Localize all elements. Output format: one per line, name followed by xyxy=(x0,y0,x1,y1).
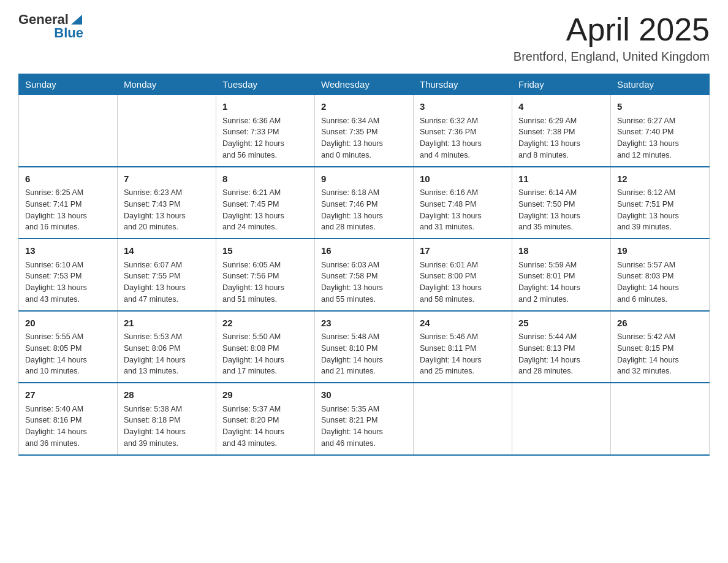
calendar-cell: 22Sunrise: 5:50 AM Sunset: 8:08 PM Dayli… xyxy=(216,311,315,383)
day-number: 5 xyxy=(617,100,703,114)
day-number: 26 xyxy=(617,316,703,331)
day-number: 19 xyxy=(617,244,703,258)
day-number: 10 xyxy=(420,172,506,186)
column-header-wednesday: Wednesday xyxy=(315,74,414,95)
day-number: 28 xyxy=(124,388,210,402)
column-header-monday: Monday xyxy=(118,74,216,95)
day-info: Sunrise: 6:05 AM Sunset: 7:56 PM Dayligh… xyxy=(222,259,308,305)
column-header-sunday: Sunday xyxy=(19,74,118,95)
day-info: Sunrise: 5:59 AM Sunset: 8:01 PM Dayligh… xyxy=(518,259,604,305)
day-number: 1 xyxy=(222,100,308,114)
calendar-cell xyxy=(19,95,118,167)
page-header: General Blue April 2025 Brentford, Engla… xyxy=(18,12,710,64)
day-number: 24 xyxy=(420,316,506,331)
calendar-cell: 23Sunrise: 5:48 AM Sunset: 8:10 PM Dayli… xyxy=(315,311,414,383)
day-info: Sunrise: 5:35 AM Sunset: 8:21 PM Dayligh… xyxy=(321,404,407,450)
day-info: Sunrise: 6:01 AM Sunset: 8:00 PM Dayligh… xyxy=(420,259,506,305)
calendar-cell: 7Sunrise: 6:23 AM Sunset: 7:43 PM Daylig… xyxy=(118,167,216,239)
column-header-tuesday: Tuesday xyxy=(216,74,315,95)
day-info: Sunrise: 6:14 AM Sunset: 7:50 PM Dayligh… xyxy=(518,187,604,233)
day-number: 11 xyxy=(518,172,604,186)
calendar-cell: 9Sunrise: 6:18 AM Sunset: 7:46 PM Daylig… xyxy=(315,167,414,239)
day-number: 23 xyxy=(321,316,407,331)
calendar-cell: 11Sunrise: 6:14 AM Sunset: 7:50 PM Dayli… xyxy=(512,167,611,239)
calendar-week-row: 6Sunrise: 6:25 AM Sunset: 7:41 PM Daylig… xyxy=(19,167,710,239)
day-info: Sunrise: 6:25 AM Sunset: 7:41 PM Dayligh… xyxy=(25,187,111,233)
calendar-cell: 15Sunrise: 6:05 AM Sunset: 7:56 PM Dayli… xyxy=(216,239,315,311)
calendar-cell: 30Sunrise: 5:35 AM Sunset: 8:21 PM Dayli… xyxy=(315,383,414,455)
day-number: 6 xyxy=(25,172,111,186)
calendar-cell xyxy=(414,383,512,455)
calendar-week-row: 20Sunrise: 5:55 AM Sunset: 8:05 PM Dayli… xyxy=(19,311,710,383)
location-text: Brentford, England, United Kingdom xyxy=(514,50,710,64)
calendar-week-row: 13Sunrise: 6:10 AM Sunset: 7:53 PM Dayli… xyxy=(19,239,710,311)
calendar-cell: 10Sunrise: 6:16 AM Sunset: 7:48 PM Dayli… xyxy=(414,167,512,239)
title-block: April 2025 Brentford, England, United Ki… xyxy=(514,12,710,64)
calendar-cell: 8Sunrise: 6:21 AM Sunset: 7:45 PM Daylig… xyxy=(216,167,315,239)
day-info: Sunrise: 5:46 AM Sunset: 8:11 PM Dayligh… xyxy=(420,331,506,377)
day-info: Sunrise: 6:29 AM Sunset: 7:38 PM Dayligh… xyxy=(518,115,604,161)
calendar-table: SundayMondayTuesdayWednesdayThursdayFrid… xyxy=(18,74,710,456)
day-info: Sunrise: 6:16 AM Sunset: 7:48 PM Dayligh… xyxy=(420,187,506,233)
calendar-body: 1Sunrise: 6:36 AM Sunset: 7:33 PM Daylig… xyxy=(19,95,710,455)
calendar-cell: 25Sunrise: 5:44 AM Sunset: 8:13 PM Dayli… xyxy=(512,311,611,383)
calendar-cell: 1Sunrise: 6:36 AM Sunset: 7:33 PM Daylig… xyxy=(216,95,315,167)
day-number: 12 xyxy=(617,172,703,186)
day-info: Sunrise: 6:32 AM Sunset: 7:36 PM Dayligh… xyxy=(420,115,506,161)
logo-triangle-icon xyxy=(70,12,83,26)
calendar-cell: 26Sunrise: 5:42 AM Sunset: 8:15 PM Dayli… xyxy=(611,311,710,383)
calendar-cell: 19Sunrise: 5:57 AM Sunset: 8:03 PM Dayli… xyxy=(611,239,710,311)
calendar-week-row: 27Sunrise: 5:40 AM Sunset: 8:16 PM Dayli… xyxy=(19,383,710,455)
calendar-cell: 17Sunrise: 6:01 AM Sunset: 8:00 PM Dayli… xyxy=(414,239,512,311)
day-info: Sunrise: 6:23 AM Sunset: 7:43 PM Dayligh… xyxy=(124,187,210,233)
day-info: Sunrise: 6:03 AM Sunset: 7:58 PM Dayligh… xyxy=(321,259,407,305)
calendar-cell: 12Sunrise: 6:12 AM Sunset: 7:51 PM Dayli… xyxy=(611,167,710,239)
calendar-cell: 6Sunrise: 6:25 AM Sunset: 7:41 PM Daylig… xyxy=(19,167,118,239)
day-number: 7 xyxy=(124,172,210,186)
calendar-cell: 2Sunrise: 6:34 AM Sunset: 7:35 PM Daylig… xyxy=(315,95,414,167)
svg-marker-0 xyxy=(71,15,82,25)
day-number: 15 xyxy=(222,244,308,258)
day-info: Sunrise: 5:57 AM Sunset: 8:03 PM Dayligh… xyxy=(617,259,703,305)
calendar-week-row: 1Sunrise: 6:36 AM Sunset: 7:33 PM Daylig… xyxy=(19,95,710,167)
day-number: 30 xyxy=(321,388,407,402)
calendar-cell: 28Sunrise: 5:38 AM Sunset: 8:18 PM Dayli… xyxy=(118,383,216,455)
calendar-cell xyxy=(611,383,710,455)
calendar-cell xyxy=(512,383,611,455)
calendar-cell: 20Sunrise: 5:55 AM Sunset: 8:05 PM Dayli… xyxy=(19,311,118,383)
day-number: 27 xyxy=(25,388,111,402)
day-info: Sunrise: 5:48 AM Sunset: 8:10 PM Dayligh… xyxy=(321,331,407,377)
calendar-header-row: SundayMondayTuesdayWednesdayThursdayFrid… xyxy=(19,74,710,95)
day-number: 8 xyxy=(222,172,308,186)
column-header-saturday: Saturday xyxy=(611,74,710,95)
calendar-cell: 24Sunrise: 5:46 AM Sunset: 8:11 PM Dayli… xyxy=(414,311,512,383)
day-number: 20 xyxy=(25,316,111,331)
day-number: 18 xyxy=(518,244,604,258)
day-number: 9 xyxy=(321,172,407,186)
month-title: April 2025 xyxy=(514,12,710,47)
calendar-cell: 13Sunrise: 6:10 AM Sunset: 7:53 PM Dayli… xyxy=(19,239,118,311)
day-info: Sunrise: 6:27 AM Sunset: 7:40 PM Dayligh… xyxy=(617,115,703,161)
day-number: 4 xyxy=(518,100,604,114)
day-info: Sunrise: 5:37 AM Sunset: 8:20 PM Dayligh… xyxy=(222,404,308,450)
calendar-cell: 16Sunrise: 6:03 AM Sunset: 7:58 PM Dayli… xyxy=(315,239,414,311)
day-info: Sunrise: 5:55 AM Sunset: 8:05 PM Dayligh… xyxy=(25,331,111,377)
day-number: 14 xyxy=(124,244,210,258)
calendar-cell: 18Sunrise: 5:59 AM Sunset: 8:01 PM Dayli… xyxy=(512,239,611,311)
calendar-cell: 21Sunrise: 5:53 AM Sunset: 8:06 PM Dayli… xyxy=(118,311,216,383)
day-number: 25 xyxy=(518,316,604,331)
calendar-cell: 29Sunrise: 5:37 AM Sunset: 8:20 PM Dayli… xyxy=(216,383,315,455)
calendar-cell: 4Sunrise: 6:29 AM Sunset: 7:38 PM Daylig… xyxy=(512,95,611,167)
day-info: Sunrise: 5:42 AM Sunset: 8:15 PM Dayligh… xyxy=(617,331,703,377)
day-info: Sunrise: 5:38 AM Sunset: 8:18 PM Dayligh… xyxy=(124,404,210,450)
calendar-cell: 27Sunrise: 5:40 AM Sunset: 8:16 PM Dayli… xyxy=(19,383,118,455)
day-number: 13 xyxy=(25,244,111,258)
day-info: Sunrise: 5:53 AM Sunset: 8:06 PM Dayligh… xyxy=(124,331,210,377)
day-info: Sunrise: 6:34 AM Sunset: 7:35 PM Dayligh… xyxy=(321,115,407,161)
logo: General Blue xyxy=(18,12,83,40)
day-info: Sunrise: 5:50 AM Sunset: 8:08 PM Dayligh… xyxy=(222,331,308,377)
day-number: 3 xyxy=(420,100,506,114)
day-number: 17 xyxy=(420,244,506,258)
day-info: Sunrise: 5:44 AM Sunset: 8:13 PM Dayligh… xyxy=(518,331,604,377)
column-header-friday: Friday xyxy=(512,74,611,95)
